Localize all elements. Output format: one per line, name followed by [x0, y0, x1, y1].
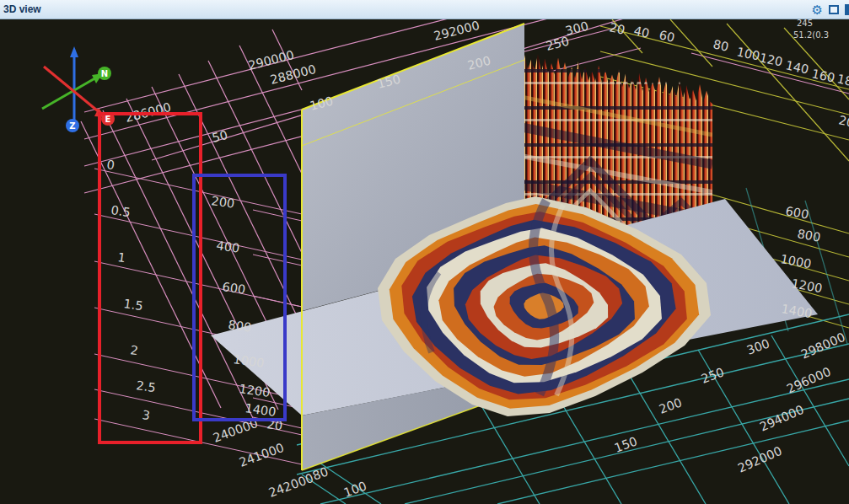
tick-label: 51.2(0.3: [793, 30, 829, 40]
titlebar-icons: ⚙: [812, 3, 846, 16]
titlebar: 3D view ⚙: [0, 0, 849, 19]
tick-label: 0.5: [110, 203, 132, 219]
east-badge-label: E: [105, 115, 111, 124]
maximize-icon[interactable]: [829, 5, 839, 14]
settings-gear-icon[interactable]: ⚙: [812, 3, 823, 16]
clipped-edge-icon[interactable]: [845, 4, 849, 15]
scene-svg: 286000 288000 290000 292000 50 100 150 2…: [0, 19, 849, 504]
tick-label: 2.5: [136, 378, 157, 394]
window-title: 3D view: [3, 3, 41, 15]
3d-viewport[interactable]: 286000 288000 290000 292000 50 100 150 2…: [0, 19, 849, 504]
z-badge-label: Z: [69, 121, 75, 131]
tick-label: 245: [797, 19, 813, 28]
north-badge-label: N: [101, 69, 108, 78]
tick-label: 1.5: [123, 297, 144, 313]
